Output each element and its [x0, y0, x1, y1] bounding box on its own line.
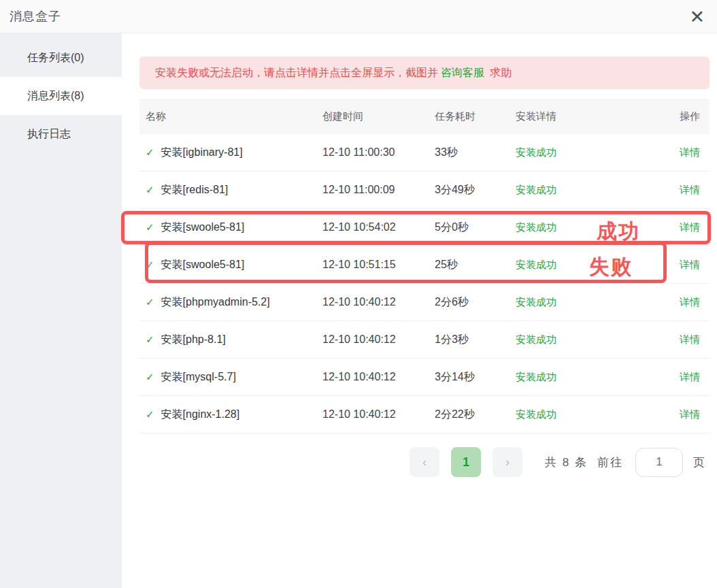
header-duration: 任务耗时	[435, 110, 516, 123]
page-suffix-label: 页	[693, 455, 705, 470]
check-icon: ✓	[146, 408, 154, 421]
task-name-cell: ✓ 安装[mysql-5.7]	[139, 370, 322, 385]
dialog-titlebar: 消息盒子 ✕	[0, 0, 717, 33]
created-time: 12-10 10:51:15	[322, 259, 435, 271]
install-status: 安装成功	[516, 296, 659, 309]
task-name-cell: ✓ 安装[swoole5-81]	[139, 220, 322, 235]
task-name-cell: ✓ 安装[igbinary-81]	[139, 146, 322, 160]
table-row: ✓ 安装[igbinary-81] 12-10 11:00:30 33秒 安装成…	[139, 134, 710, 172]
task-name: 安装[redis-81]	[161, 183, 229, 197]
chevron-right-icon: ›	[505, 455, 510, 470]
table-row: ✓ 安装[swoole5-81] 12-10 10:54:02 5分0秒 安装成…	[139, 209, 710, 246]
header-action: 操作	[659, 110, 710, 123]
task-duration: 2分22秒	[435, 408, 516, 422]
total-count-label: 共 8 条	[545, 455, 588, 470]
table-row: ✓ 安装[phpmyadmin-5.2] 12-10 10:40:12 2分6秒…	[139, 284, 710, 321]
table-row: ✓ 安装[php-8.1] 12-10 10:40:12 1分3秒 安装成功 详…	[139, 321, 710, 359]
pagination: ‹ 1 › 共 8 条 前往 页	[139, 447, 710, 477]
task-duration: 3分14秒	[435, 370, 516, 385]
task-duration: 25秒	[435, 258, 516, 272]
table-header: 名称 创建时间 任务耗时 安装详情 操作	[139, 99, 710, 134]
install-status: 安装成功	[516, 221, 659, 234]
sidebar-item-task-list[interactable]: 任务列表(0)	[0, 39, 122, 77]
created-time: 12-10 11:00:09	[322, 184, 435, 196]
detail-link[interactable]: 详情	[659, 296, 710, 309]
detail-link[interactable]: 详情	[659, 259, 710, 272]
prev-page-button[interactable]: ‹	[410, 447, 439, 477]
table-row: ✓ 安装[redis-81] 12-10 11:00:09 3分49秒 安装成功…	[139, 172, 710, 209]
goto-page-input[interactable]	[635, 448, 683, 477]
close-icon[interactable]: ✕	[689, 7, 705, 26]
sidebar-item-message-list[interactable]: 消息列表(8)	[0, 77, 122, 115]
detail-link[interactable]: 详情	[659, 184, 710, 197]
created-time: 12-10 10:40:12	[322, 296, 435, 308]
sidebar-item-exec-log[interactable]: 执行日志	[0, 115, 122, 153]
check-icon: ✓	[146, 333, 154, 346]
install-status: 安装成功	[516, 333, 659, 346]
header-install-detail: 安装详情	[516, 110, 659, 123]
install-status: 安装成功	[516, 371, 659, 384]
task-name: 安装[mysql-5.7]	[161, 370, 236, 385]
contact-support-link[interactable]: 咨询客服	[441, 66, 484, 80]
task-name-cell: ✓ 安装[nginx-1.28]	[139, 408, 322, 422]
detail-link[interactable]: 详情	[659, 371, 710, 384]
goto-label: 前往	[597, 455, 623, 470]
created-time: 12-10 10:40:12	[322, 371, 435, 383]
created-time: 12-10 11:00:30	[322, 146, 435, 159]
task-duration: 3分49秒	[435, 183, 516, 197]
check-icon: ✓	[146, 184, 154, 196]
check-icon: ✓	[146, 296, 154, 308]
task-name-cell: ✓ 安装[phpmyadmin-5.2]	[139, 295, 322, 310]
header-created-time: 创建时间	[322, 110, 435, 123]
install-status: 安装成功	[516, 146, 659, 159]
task-name: 安装[igbinary-81]	[161, 146, 243, 160]
detail-link[interactable]: 详情	[659, 146, 710, 159]
task-name: 安装[phpmyadmin-5.2]	[161, 295, 270, 310]
task-name: 安装[nginx-1.28]	[161, 408, 240, 422]
task-name: 安装[swoole5-81]	[161, 258, 245, 272]
check-icon: ✓	[146, 259, 154, 271]
alert-banner: 安装失败或无法启动，请点击详情并点击全屏显示，截图并 咨询客服 求助	[139, 56, 710, 89]
check-icon: ✓	[146, 146, 154, 159]
task-duration: 1分3秒	[435, 333, 516, 347]
dialog-title: 消息盒子	[10, 8, 61, 24]
created-time: 12-10 10:40:12	[322, 408, 435, 421]
table-row: ✓ 安装[mysql-5.7] 12-10 10:40:12 3分14秒 安装成…	[139, 359, 710, 396]
message-box-dialog: 消息盒子 ✕ 任务列表(0) 消息列表(8) 执行日志 安装失败或无法启动，请点…	[0, 0, 717, 588]
table-row: ✓ 安装[nginx-1.28] 12-10 10:40:12 2分22秒 安装…	[139, 396, 710, 434]
task-name: 安装[swoole5-81]	[161, 220, 245, 235]
table-body: ✓ 安装[igbinary-81] 12-10 11:00:30 33秒 安装成…	[139, 134, 710, 434]
header-name: 名称	[139, 110, 322, 123]
task-duration: 2分6秒	[435, 295, 516, 310]
install-status: 安装成功	[516, 259, 659, 272]
check-icon: ✓	[146, 371, 154, 383]
table-row: ✓ 安装[swoole5-81] 12-10 10:51:15 25秒 安装成功…	[139, 246, 710, 284]
task-name: 安装[php-8.1]	[161, 333, 226, 347]
task-duration: 33秒	[435, 146, 516, 160]
task-name-cell: ✓ 安装[swoole5-81]	[139, 258, 322, 272]
install-status: 安装成功	[516, 408, 659, 421]
detail-link[interactable]: 详情	[659, 333, 710, 346]
task-duration: 5分0秒	[435, 220, 516, 235]
main-panel: 安装失败或无法启动，请点击详情并点击全屏显示，截图并 咨询客服 求助 名称 创建…	[122, 33, 717, 588]
task-name-cell: ✓ 安装[php-8.1]	[139, 333, 322, 347]
created-time: 12-10 10:40:12	[322, 333, 435, 346]
created-time: 12-10 10:54:02	[322, 221, 435, 233]
check-icon: ✓	[146, 221, 154, 233]
install-status: 安装成功	[516, 184, 659, 197]
message-table: 名称 创建时间 任务耗时 安装详情 操作 ✓ 安装[igbinary-81] 1…	[139, 99, 710, 434]
alert-text: 安装失败或无法启动，请点击详情并点击全屏显示，截图并	[155, 66, 438, 80]
page-number-button[interactable]: 1	[451, 447, 481, 477]
chevron-left-icon: ‹	[422, 455, 427, 470]
sidebar: 任务列表(0) 消息列表(8) 执行日志	[0, 33, 122, 588]
next-page-button[interactable]: ›	[493, 447, 522, 477]
detail-link[interactable]: 详情	[659, 221, 710, 234]
task-name-cell: ✓ 安装[redis-81]	[139, 183, 322, 197]
detail-link[interactable]: 详情	[659, 408, 710, 421]
dialog-body: 任务列表(0) 消息列表(8) 执行日志 安装失败或无法启动，请点击详情并点击全…	[0, 33, 717, 588]
ask-help-link[interactable]: 求助	[490, 66, 512, 80]
